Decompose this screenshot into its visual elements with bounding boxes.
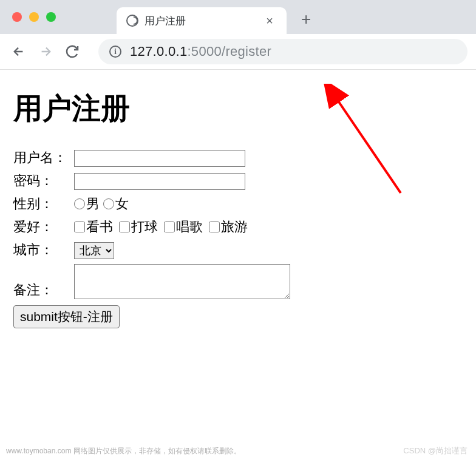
hobby-label: 爱好：: [13, 218, 74, 236]
tab-close-button[interactable]: ×: [262, 14, 277, 28]
watermark-left: www.toymoban.com 网络图片仅供展示，非存储，如有侵权请联系删除。: [6, 446, 241, 456]
window-minimize-button[interactable]: [29, 12, 39, 22]
site-info-icon[interactable]: i: [109, 46, 121, 58]
city-select[interactable]: 北京: [74, 242, 114, 259]
tab-bar: 用户注册 × +: [0, 0, 476, 34]
hobby-read-option[interactable]: 看书: [74, 218, 113, 236]
gender-female-option[interactable]: 女: [103, 195, 129, 213]
password-label: 密码：: [13, 172, 74, 190]
password-input[interactable]: [74, 173, 245, 190]
remark-label: 备注：: [13, 281, 74, 299]
new-tab-button[interactable]: +: [287, 10, 325, 29]
back-button[interactable]: [8, 41, 29, 62]
traffic-lights: [0, 12, 68, 22]
city-label: 城市：: [13, 241, 74, 259]
page-title: 用户注册: [13, 89, 463, 128]
username-label: 用户名：: [13, 149, 74, 167]
remark-textarea[interactable]: [74, 264, 290, 299]
hobby-read-checkbox[interactable]: [74, 222, 85, 232]
address-bar[interactable]: i 127.0.0.1:5000/register: [98, 39, 467, 64]
reload-button[interactable]: [62, 41, 83, 62]
tab-title: 用户注册: [144, 14, 256, 28]
hobby-travel-option[interactable]: 旅游: [209, 218, 248, 236]
hobby-sing-option[interactable]: 唱歌: [164, 218, 203, 236]
forward-button[interactable]: [35, 41, 56, 62]
window-close-button[interactable]: [12, 12, 22, 22]
username-input[interactable]: [74, 150, 245, 167]
gender-female-radio[interactable]: [103, 198, 114, 209]
page-content: 用户注册 用户名： 密码： 性别： 男 女 爱好： 看书: [0, 70, 476, 348]
url-text: 127.0.0.1:5000/register: [130, 44, 271, 59]
browser-tab[interactable]: 用户注册 ×: [117, 7, 287, 34]
window-maximize-button[interactable]: [46, 12, 56, 22]
hobby-travel-checkbox[interactable]: [209, 222, 220, 232]
globe-icon: [126, 15, 138, 27]
gender-male-radio[interactable]: [74, 198, 85, 209]
submit-button[interactable]: submit按钮-注册: [13, 305, 120, 328]
watermark-right: CSDN @尚拙谨言: [403, 445, 467, 456]
nav-bar: i 127.0.0.1:5000/register: [0, 34, 476, 69]
hobby-sing-checkbox[interactable]: [164, 222, 175, 232]
gender-male-option[interactable]: 男: [74, 195, 100, 213]
hobby-ball-checkbox[interactable]: [119, 222, 130, 232]
gender-label: 性别：: [13, 195, 74, 213]
hobby-ball-option[interactable]: 打球: [119, 218, 158, 236]
